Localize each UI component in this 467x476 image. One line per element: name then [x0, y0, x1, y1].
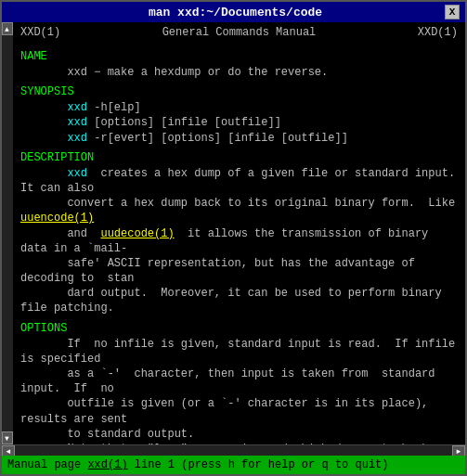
scroll-down-button[interactable]: ▼ — [2, 431, 13, 444]
options-para1: If no infile is given, standard input is… — [20, 337, 458, 442]
terminal-window: man xxd:~/Documents/code X ▲ ▼ XXD(1) Ge… — [0, 0, 467, 476]
hscroll-track[interactable] — [15, 445, 452, 456]
synopsis-line-3: xxd -r[evert] [options] [infile [outfile… — [20, 131, 458, 146]
description-body: xxd creates a hex dump of a given file o… — [20, 166, 458, 316]
name-body: xxd − make a hexdump or do the reverse. — [20, 65, 458, 80]
statusbar: Manual page xxd(1) line 1 (press h for h… — [2, 456, 465, 474]
content-area: ▲ ▼ XXD(1) General Commands Manual XXD(1… — [2, 22, 465, 444]
synopsis-heading: SYNOPSIS — [20, 85, 458, 98]
scroll-track[interactable] — [2, 35, 13, 431]
man-page-link[interactable]: xxd(1) — [87, 458, 127, 471]
header-right: XXD(1) — [418, 26, 458, 39]
header-center: General Commands Manual — [162, 26, 317, 39]
horizontal-scrollbar[interactable]: ◄ ► — [2, 444, 465, 456]
synopsis-line-1: xxd -h[elp] — [20, 100, 458, 115]
vertical-scrollbar[interactable]: ▲ ▼ — [2, 22, 13, 444]
description-heading: DESCRIPTION — [20, 151, 458, 164]
titlebar: man xxd:~/Documents/code X — [2, 2, 465, 22]
scroll-up-button[interactable]: ▲ — [2, 22, 13, 35]
name-heading: NAME — [20, 50, 458, 63]
man-page-content: XXD(1) General Commands Manual XXD(1) NA… — [13, 22, 465, 444]
status-text: Manual page xxd(1) line 1 (press h for h… — [7, 458, 389, 471]
synopsis-line-2: xxd [options] [infile [outfile]] — [20, 115, 458, 130]
man-header: XXD(1) General Commands Manual XXD(1) — [20, 26, 458, 39]
options-heading: OPTIONS — [20, 322, 458, 335]
header-left: XXD(1) — [20, 26, 60, 39]
close-button[interactable]: X — [445, 5, 460, 19]
window-title: man xxd:~/Documents/code — [26, 6, 445, 19]
